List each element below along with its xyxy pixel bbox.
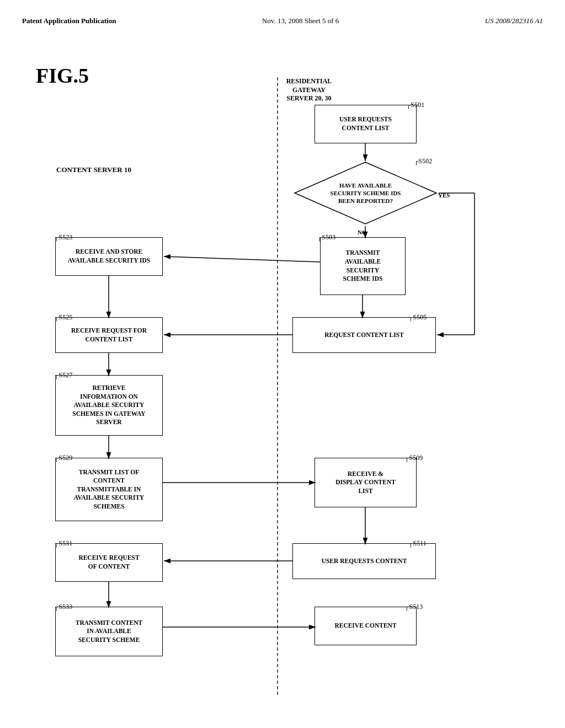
step-s511: ┌S511 — [408, 539, 427, 548]
box-s533: TRANSMIT CONTENTIN AVAILABLESECURITY SCH… — [55, 607, 163, 656]
box-s531: RECEIVE REQUESTOF CONTENT — [55, 543, 163, 582]
diamond-s502-text: HAVE AVAILABLESECURITY SCHEME IDSBEEN RE… — [292, 160, 439, 226]
step-s531: ┌S531 — [54, 539, 72, 548]
header-left: Patent Application Publication — [22, 17, 116, 25]
yes-label: YES — [438, 192, 450, 199]
box-s511: USER REQUESTS CONTENT — [292, 543, 436, 579]
step-s523: ┌S523 — [54, 233, 72, 242]
step-s502: ┌S502 — [414, 157, 432, 165]
box-s513: RECEIVE CONTENT — [315, 607, 417, 645]
box-s523: RECEIVE AND STOREAVAILABLE SECURITY IDS — [55, 237, 163, 276]
box-s529: TRANSMIT LIST OFCONTENTTRANSMITTABLE INA… — [55, 458, 163, 521]
header: Patent Application Publication Nov. 13, … — [22, 11, 543, 28]
box-s527: RETRIEVEINFORMATION ONAVAILABLE SECURITY… — [55, 375, 163, 436]
divider-line — [277, 77, 278, 695]
no-label: NO — [358, 229, 367, 235]
page: Patent Application Publication Nov. 13, … — [0, 0, 565, 728]
box-s503: TRANSMITAVAILABLESECURITYSCHEME IDS — [320, 237, 406, 295]
step-s513: ┌S513 — [404, 603, 423, 611]
box-s525: RECEIVE REQUEST FORCONTENT LIST — [55, 317, 163, 353]
diagram: CONTENT SERVER 10 RESIDENTIALGATEWAYSERV… — [22, 44, 543, 706]
box-s509: RECEIVE &DISPLAY CONTENTLIST — [315, 458, 417, 507]
header-center: Nov. 13, 2008 Sheet 5 of 6 — [262, 17, 339, 25]
step-s505: ┌S505 — [408, 313, 427, 322]
step-s509: ┌S509 — [404, 454, 423, 462]
step-s529: ┌S529 — [54, 454, 72, 462]
step-s527: ┌S527 — [54, 371, 72, 379]
svg-line-7 — [164, 256, 320, 262]
box-s505: REQUEST CONTENT LIST — [292, 317, 436, 353]
gateway-label: RESIDENTIALGATEWAYSERVER 20, 30 — [254, 77, 364, 103]
step-s525: ┌S525 — [54, 313, 72, 322]
step-s501: ┌S501 — [406, 101, 424, 109]
step-s533: ┌S533 — [54, 603, 72, 611]
box-s501: USER REQUESTSCONTENT LIST — [315, 105, 417, 143]
content-server-label: CONTENT SERVER 10 — [39, 165, 149, 175]
diamond-s502: HAVE AVAILABLESECURITY SCHEME IDSBEEN RE… — [292, 160, 439, 226]
step-s503: ┌S503 — [317, 233, 335, 242]
header-right: US 2008/282316 A1 — [485, 17, 543, 25]
